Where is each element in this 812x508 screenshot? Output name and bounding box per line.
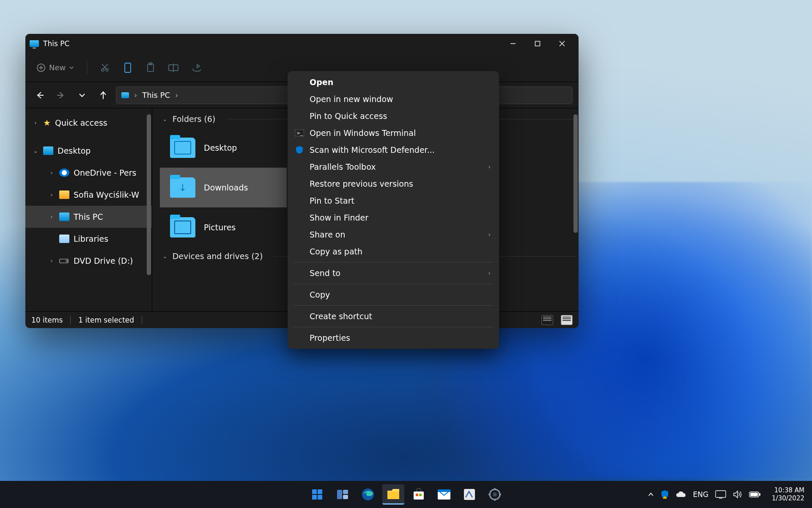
svg-rect-49 (750, 493, 758, 496)
status-selected-count: 1 item selected (78, 316, 134, 324)
copy-button[interactable] (118, 59, 138, 76)
expand-icon: › (32, 119, 39, 126)
chevron-down-icon (79, 92, 85, 99)
sidebar-item-libraries[interactable]: Libraries (25, 228, 152, 250)
ctx-open-terminal[interactable]: >_ Open in Windows Terminal (290, 124, 497, 141)
expand-icon: › (48, 169, 55, 176)
dvd-icon (59, 257, 69, 265)
task-view-button[interactable] (332, 484, 354, 505)
status-divider (70, 315, 71, 325)
window-title: This PC (43, 39, 69, 48)
ctx-copy[interactable]: Copy (290, 286, 497, 303)
ctx-send-to[interactable]: Send to› (290, 265, 497, 282)
svg-rect-26 (318, 495, 322, 500)
gear-icon (488, 488, 501, 501)
folder-icon (170, 138, 195, 158)
ctx-restore-versions[interactable]: Restore previous versions (290, 175, 497, 192)
ctx-parallels-toolbox[interactable]: Parallels Toolbox› (290, 158, 497, 175)
close-button[interactable] (550, 35, 574, 52)
ctx-copy-as-path[interactable]: Copy as path (290, 243, 497, 260)
sidebar-item-desktop[interactable]: ⌄ Desktop (25, 140, 152, 162)
ctx-label: Share on (310, 230, 346, 239)
back-button[interactable] (31, 87, 48, 104)
ctx-label: Create shortcut (310, 312, 372, 321)
clock[interactable]: 10:38 AM 1/30/2022 (768, 486, 809, 502)
ctx-divider (294, 284, 493, 284)
battery-icon[interactable] (749, 491, 761, 498)
svg-rect-37 (464, 489, 475, 500)
minimize-button[interactable] (501, 35, 525, 52)
paste-button[interactable] (140, 59, 161, 76)
settings-button[interactable] (484, 484, 506, 505)
sidebar-item-this-pc[interactable]: › This PC (25, 206, 152, 228)
edge-icon (361, 488, 375, 501)
ctx-show-finder[interactable]: Show in Finder (290, 209, 497, 226)
ctx-divider (294, 327, 493, 327)
expand-icon: ⌄ (32, 147, 39, 154)
svg-rect-36 (438, 489, 450, 492)
up-button[interactable] (95, 87, 112, 104)
ctx-properties[interactable]: Properties (290, 329, 497, 346)
start-button[interactable] (306, 484, 328, 505)
folder-item-downloads[interactable]: ↓ Downloads (160, 168, 287, 207)
volume-icon[interactable] (733, 490, 742, 499)
group-label: Folders (6) (173, 114, 216, 124)
tray-overflow-button[interactable] (648, 491, 654, 497)
security-icon[interactable]: ! (661, 490, 669, 499)
folder-item-desktop[interactable]: Desktop (160, 128, 287, 168)
titlebar[interactable]: This PC (25, 34, 579, 53)
ctx-scan-defender[interactable]: Scan with Microsoft Defender... (290, 141, 497, 158)
new-label: New (49, 63, 66, 72)
view-tiles-button[interactable] (561, 315, 573, 325)
app-button[interactable] (458, 484, 480, 505)
this-pc-icon (121, 92, 129, 98)
recent-button[interactable] (74, 87, 91, 104)
ctx-share-on[interactable]: Share on› (290, 226, 497, 243)
desktop[interactable]: This PC New (0, 0, 812, 508)
svg-rect-19 (60, 259, 68, 263)
clock-date: 1/30/2022 (772, 494, 804, 502)
svg-rect-45 (716, 491, 726, 497)
chevron-up-icon (648, 491, 654, 497)
sidebar-item-dvd-drive[interactable]: › DVD Drive (D:) (25, 250, 152, 272)
sidebar-item-label: Quick access (55, 118, 107, 127)
libraries-icon (59, 235, 69, 243)
language-indicator[interactable]: ENG (693, 490, 708, 499)
sidebar-item-user-folder[interactable]: › Sofia Wyciślik-W (25, 184, 152, 206)
ctx-pin-quick-access[interactable]: Pin to Quick access (290, 108, 497, 124)
forward-button[interactable] (52, 87, 69, 104)
onedrive-tray-icon[interactable] (676, 491, 686, 498)
new-button[interactable]: New (31, 61, 79, 75)
edge-button[interactable] (357, 484, 379, 505)
monitor-icon (59, 213, 69, 221)
expand-icon: › (48, 257, 55, 264)
main-scrollbar[interactable] (573, 114, 578, 233)
store-button[interactable] (408, 484, 430, 505)
input-icon[interactable] (715, 490, 726, 499)
mail-button[interactable] (433, 484, 455, 505)
breadcrumb-separator: › (134, 91, 137, 99)
terminal-icon: >_ (294, 129, 304, 137)
svg-point-39 (493, 492, 497, 497)
file-explorer-button[interactable] (382, 484, 404, 505)
folder-label: Desktop (204, 143, 237, 152)
sidebar-scrollbar[interactable] (147, 114, 151, 275)
view-details-button[interactable] (541, 315, 553, 325)
task-view-icon (336, 489, 349, 500)
cut-button[interactable] (95, 59, 115, 76)
share-button[interactable] (186, 59, 206, 76)
ctx-pin-start[interactable]: Pin to Start (290, 192, 497, 209)
ctx-open-new-window[interactable]: Open in new window (290, 91, 497, 108)
svg-rect-27 (337, 490, 342, 499)
sidebar-item-quick-access[interactable]: › ★ Quick access (25, 112, 152, 134)
svg-rect-28 (343, 490, 348, 494)
maximize-button[interactable] (525, 35, 550, 52)
status-item-count: 10 items (31, 316, 63, 324)
folder-item-pictures[interactable]: Pictures (160, 207, 287, 247)
context-menu: Open Open in new window Pin to Quick acc… (288, 71, 499, 349)
breadcrumb-location[interactable]: This PC (142, 91, 170, 99)
sidebar-item-onedrive[interactable]: › OneDrive - Pers (25, 162, 152, 184)
rename-button[interactable] (163, 59, 184, 76)
ctx-open[interactable]: Open (290, 74, 497, 91)
ctx-create-shortcut[interactable]: Create shortcut (290, 308, 497, 325)
